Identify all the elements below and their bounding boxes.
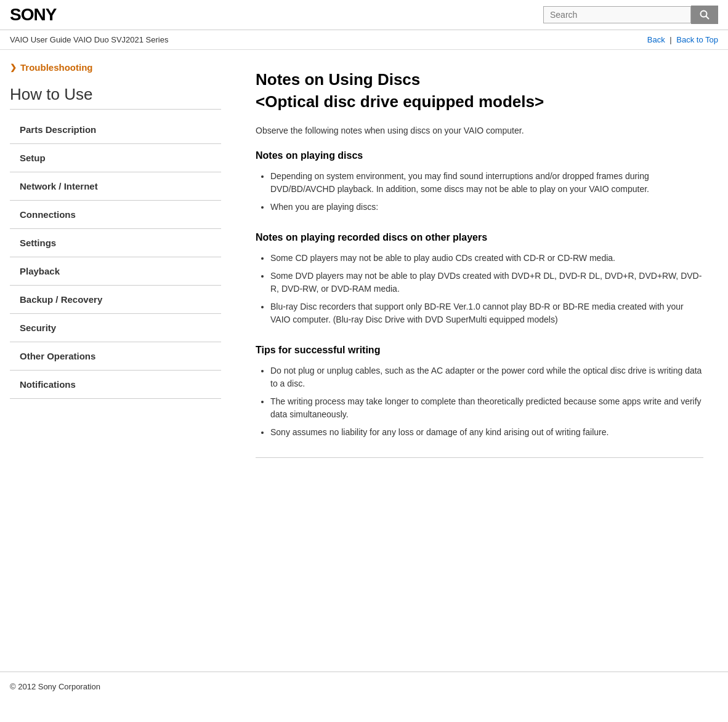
sony-logo: SONY <box>10 5 56 25</box>
troubleshooting-link[interactable]: Troubleshooting <box>10 62 221 73</box>
how-to-use-heading: How to Use <box>10 85 221 110</box>
back-to-top-link[interactable]: Back to Top <box>676 35 718 44</box>
sidebar-item-backup-recovery[interactable]: Backup / Recovery <box>10 286 221 314</box>
sidebar-item-setup[interactable]: Setup <box>10 144 221 172</box>
sidebar-nav: Parts Description Setup Network / Intern… <box>10 116 221 399</box>
section-playing-discs: Notes on playing discs Depending on syst… <box>256 150 703 214</box>
separator: | <box>669 35 671 44</box>
search-area <box>543 6 718 24</box>
section3-bullet-2: The writing process may take longer to c… <box>270 395 703 421</box>
section2-bullets: Some CD players may not be able to play … <box>270 252 703 326</box>
section3-bullet-1: Do not plug or unplug cables, such as th… <box>270 364 703 390</box>
sidebar-item-notifications[interactable]: Notifications <box>10 371 221 399</box>
sidebar: Troubleshooting How to Use Parts Descrip… <box>0 50 231 665</box>
section2-heading: Notes on playing recorded discs on other… <box>256 232 703 243</box>
back-link[interactable]: Back <box>647 35 665 44</box>
guide-title: VAIO User Guide VAIO Duo SVJ2021 Series <box>10 35 168 44</box>
section1-bullets: Depending on system environment, you may… <box>270 170 703 214</box>
back-links: Back | Back to Top <box>647 35 718 44</box>
sidebar-item-parts-description[interactable]: Parts Description <box>10 116 221 144</box>
copyright: © 2012 Sony Corporation <box>10 682 100 691</box>
search-button[interactable] <box>691 6 718 24</box>
content-title: Notes on Using Discs <Optical disc drive… <box>256 68 703 113</box>
main-layout: Troubleshooting How to Use Parts Descrip… <box>0 50 728 665</box>
section2-bullet-2: Some DVD players may not be able to play… <box>270 270 703 295</box>
header: SONY <box>0 0 728 30</box>
section3-heading: Tips for successful writing <box>256 345 703 356</box>
content-area: Notes on Using Discs <Optical disc drive… <box>231 50 728 665</box>
sidebar-item-security[interactable]: Security <box>10 314 221 342</box>
svg-line-1 <box>706 16 709 19</box>
section-recorded-discs: Notes on playing recorded discs on other… <box>256 232 703 326</box>
section1-heading: Notes on playing discs <box>256 150 703 161</box>
section1-bullet-1: Depending on system environment, you may… <box>270 170 703 196</box>
divider-2 <box>256 457 703 458</box>
search-icon <box>699 9 710 20</box>
sidebar-item-playback[interactable]: Playback <box>10 257 221 286</box>
content-intro: Observe the following notes when using d… <box>256 126 703 135</box>
section3-bullets: Do not plug or unplug cables, such as th… <box>270 364 703 439</box>
section2-bullet-1: Some CD players may not be able to play … <box>270 252 703 265</box>
sidebar-item-connections[interactable]: Connections <box>10 201 221 229</box>
section-tips-writing: Tips for successful writing Do not plug … <box>256 345 703 439</box>
breadcrumb-bar: VAIO User Guide VAIO Duo SVJ2021 Series … <box>0 30 728 50</box>
section3-bullet-3: Sony assumes no liability for any loss o… <box>270 426 703 439</box>
sidebar-item-network-internet[interactable]: Network / Internet <box>10 172 221 201</box>
sidebar-item-other-operations[interactable]: Other Operations <box>10 342 221 371</box>
search-input[interactable] <box>543 6 691 23</box>
footer: © 2012 Sony Corporation <box>0 672 728 701</box>
sidebar-item-settings[interactable]: Settings <box>10 229 221 257</box>
section1-bullet-2: When you are playing discs: <box>270 201 703 214</box>
section2-bullet-3: Blu-ray Disc recorders that support only… <box>270 300 703 326</box>
